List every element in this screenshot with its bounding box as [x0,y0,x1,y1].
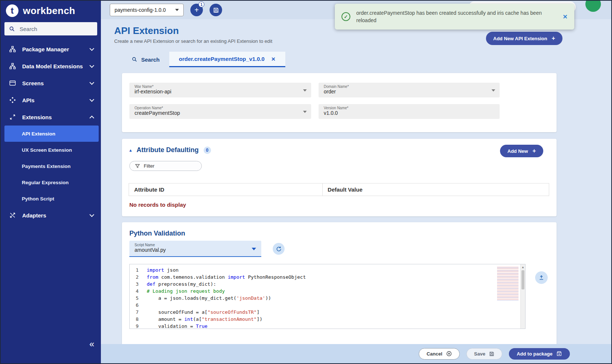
script-name-value: amountVal.py [135,247,246,253]
code-lines: 1import json2from com.temenos.validation… [130,264,525,329]
sidebar-item-extensions[interactable]: Extensions [1,109,101,126]
line-number: 1 [130,267,147,274]
add-new-api-extension-button[interactable]: Add New API Extension + [486,32,563,45]
code-line: 2from com.temenos.validation import Pyth… [130,274,525,281]
sidebar-subitem-api-extension[interactable]: API Extension [4,126,99,142]
sidebar-item-data-model-extensions[interactable]: Data Model Extensions [1,58,101,75]
save-icon [489,351,494,357]
sidebar-item-label: Adapters [22,212,84,219]
cancel-label: Cancel [426,351,442,357]
code-line: 9 validation = True [130,323,525,329]
sidebar-subitem-ux-screen-extension[interactable]: UX Screen Extension [1,142,101,158]
logo: t workbench [1,1,101,20]
sidebar-item-adapters[interactable]: Adapters [1,207,101,224]
operation-name-label: Operation Name* [135,106,300,110]
operation-name-value: createPaymentStop [135,110,300,116]
plus-icon: + [552,35,555,42]
code-text: from com.temenos.validation import Pytho… [147,274,306,281]
code-text: sourceOfFund = a["sourceOfFundsTR"] [147,309,259,316]
upload-script-button[interactable] [535,271,548,284]
save-button[interactable]: Save [466,348,502,360]
line-number: 8 [130,316,147,323]
filter-icon [135,164,140,169]
toast-message: order.createPaymentStop has been created… [356,9,557,24]
code-line: 1import json [130,267,525,274]
chevron-down-icon [252,248,256,250]
sidebar-item-label: Screens [22,80,84,86]
page-subtitle: Create a new API Extension or search for… [114,38,272,44]
chevron-down-icon [89,80,94,85]
search-placeholder: Search [20,26,37,32]
tab-order-createpaymentstop[interactable]: order.createPaymentStop_v1.0.0 ✕ [169,52,285,67]
chevron-down-icon [89,46,94,51]
success-toast: ✓ order.createPaymentStop has been creat… [335,4,574,30]
chevron-down-icon [492,89,495,92]
line-number: 7 [130,309,147,316]
extensions-icon [9,114,16,120]
war-name-select[interactable]: War Name* irf-extension-api [129,83,311,97]
new-package-button[interactable]: + 1 [190,4,203,16]
operation-name-select[interactable]: Operation Name* createPaymentStop [129,104,311,119]
chevron-down-icon [303,111,307,113]
version-name-field[interactable]: Version Name* v1.0.0 [319,104,500,119]
footer-action-bar: Cancel Save Add to package [101,344,611,363]
sidebar-subitem-label: Python Script [22,196,54,202]
tab-search[interactable]: Search [122,52,169,67]
editor-minimap [497,267,518,301]
version-name-label: Version Name* [324,106,489,110]
sidebar-subitem-payments-extension[interactable]: Payments Extension [1,158,101,174]
temenos-logo-icon: t [6,4,18,17]
new-package-badge: 1 [198,1,204,7]
sidebar-item-screens[interactable]: Screens [1,75,101,92]
column-default-value: Default Value [322,183,549,196]
scrollbar-thumb[interactable] [521,270,524,289]
code-text: amount = int(a["transactionAmount"]) [147,316,262,323]
script-name-select[interactable]: Script Name amountVal.py [129,241,261,257]
chevron-down-icon [175,9,179,11]
python-validation-card: Python Validation Script Name amountVal.… [122,222,557,344]
chevron-up-icon [89,116,94,120]
toast-close-icon[interactable]: ✕ [563,13,568,20]
save-package-button[interactable] [210,4,222,16]
editor-scrollbar[interactable]: ▲ [520,264,525,329]
upload-icon [538,275,544,281]
cancel-button[interactable]: Cancel [419,348,460,360]
column-attribute-id: Attribute ID [129,183,322,196]
code-text: a = json.loads(my_dict.get('jsonData')) [147,295,271,302]
attribute-defaulting-header: ▴ Attribute Defaulting 0 [129,146,211,154]
main-content: API Extension Create a new API Extension… [101,19,611,344]
attribute-count-badge: 0 [204,147,211,154]
sidebar-collapse-icon[interactable]: « [89,340,94,348]
package-version-select[interactable]: payments-config-1.0.0 [110,4,184,16]
tab-close-icon[interactable]: ✕ [271,56,276,62]
save-label: Save [474,351,485,357]
add-to-package-icon [556,351,562,357]
attribute-defaulting-card: ▴ Attribute Defaulting 0 Add New + Filte… [122,139,557,216]
sidebar-search-input[interactable]: Search [4,22,97,35]
attribute-table-header: Attribute ID Default Value [129,183,549,196]
screens-icon [9,80,16,86]
sidebar-subitem-regular-expression[interactable]: Regular Expression [1,174,101,190]
search-icon [9,26,15,32]
add-to-package-button[interactable]: Add to package [509,348,570,360]
sidebar: t workbench Search Package Manager Data … [1,1,101,363]
sidebar-subitem-python-script[interactable]: Python Script [1,190,101,207]
script-name-label: Script Name [135,243,246,247]
line-number: 2 [130,274,147,281]
section-collapse-icon[interactable]: ▴ [129,147,132,153]
scrollbar-up-arrow-icon[interactable]: ▲ [521,264,525,269]
attribute-defaulting-title: Attribute Defaulting [137,146,199,154]
python-code-editor[interactable]: 1import json2from com.temenos.validation… [129,264,526,329]
success-check-icon: ✓ [341,12,350,21]
attribute-filter-input[interactable]: Filter [129,161,202,171]
tab-bar: Search order.createPaymentStop_v1.0.0 ✕ [122,52,285,67]
domain-name-select[interactable]: Domain Name* order [319,83,500,97]
sidebar-item-apis[interactable]: APIs [1,92,101,109]
refresh-script-button[interactable] [273,243,285,255]
code-text: validation = True [147,323,207,329]
add-new-attribute-button[interactable]: Add New + [500,145,543,157]
sidebar-item-package-manager[interactable]: Package Manager [1,41,101,58]
chevron-down-icon [303,89,307,92]
sidebar-item-label: Data Model Extensions [22,63,84,69]
filter-label: Filter [144,163,154,169]
